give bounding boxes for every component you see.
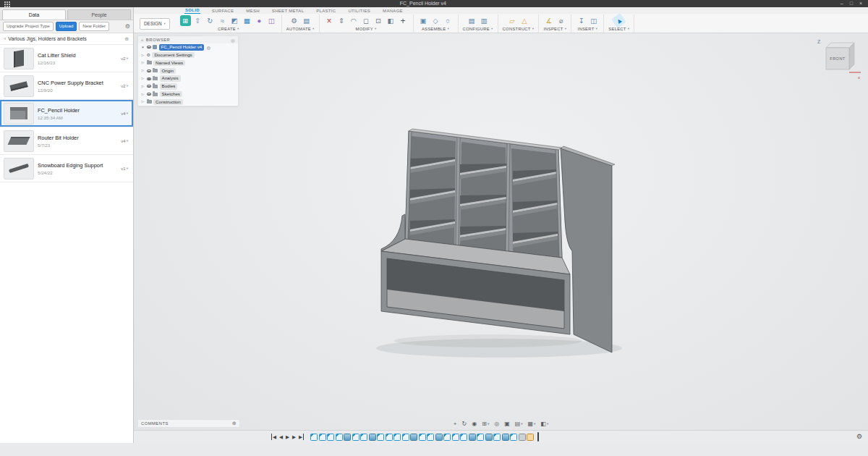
expander-icon[interactable]: ▷ (141, 69, 145, 72)
delete-icon[interactable]: × (324, 15, 335, 26)
ribbon-tab-solid[interactable]: SOLID (184, 7, 200, 14)
insert-canvas-icon[interactable]: ◫ (588, 15, 599, 26)
motion-link-icon[interactable]: ○ (443, 15, 454, 26)
ribbon-tab-utilities[interactable]: UTILITIES (347, 8, 371, 14)
display-settings-icon[interactable]: ▤▾ (515, 421, 523, 427)
sketch-feature-icon[interactable] (460, 434, 467, 441)
sketch-feature-icon[interactable] (377, 434, 384, 441)
step-back-icon[interactable]: ◀ (279, 434, 283, 440)
sketch-feature-icon[interactable] (310, 434, 318, 441)
upload-button[interactable]: Upload (56, 22, 77, 30)
browser-node-analysis[interactable]: ▷Analysis (138, 75, 238, 83)
new-component-icon[interactable]: ⊞ (180, 15, 191, 26)
file-list-item[interactable]: FC_Pencil Holder12:35:34 AMv4▾ (0, 100, 133, 127)
viewports-icon[interactable]: ◧▾ (540, 421, 548, 427)
file-list-item[interactable]: CNC Power Supply Bracket12/9/20v2▾ (0, 72, 133, 100)
data-panel-tab-data[interactable]: Data (2, 9, 66, 20)
solid-feature-icon[interactable] (485, 434, 493, 441)
minimize-button[interactable]: – (841, 0, 843, 7)
solid-feature-icon[interactable] (502, 434, 509, 441)
fit-icon[interactable]: ▣ (504, 421, 510, 427)
move-copy-icon[interactable]: + (398, 15, 409, 26)
solid-feature-icon[interactable] (469, 434, 476, 441)
data-panel-settings-gear-icon[interactable]: ⚙ (125, 24, 130, 30)
activate-component-radio-icon[interactable]: ◎ (207, 45, 210, 50)
share-project-icon[interactable]: ⊕ (124, 36, 129, 42)
ribbon-tab-plastic[interactable]: PLASTIC (315, 8, 336, 14)
play-icon[interactable]: ▶ (286, 434, 289, 440)
add-comment-icon[interactable]: ⊕ (232, 421, 237, 426)
expander-icon[interactable]: ▷ (141, 100, 145, 104)
collapse-browser-icon[interactable]: « (141, 38, 144, 42)
assemble-component-icon[interactable]: ▣ (418, 15, 429, 26)
expander-icon[interactable]: ▷ (141, 77, 145, 80)
comments-bar[interactable]: COMMENTS ⊕ (137, 419, 240, 428)
browser-node-origin[interactable]: ▷Origin (138, 67, 238, 75)
visibility-eye-icon[interactable] (147, 85, 151, 88)
solid-feature-icon[interactable] (435, 434, 443, 441)
insert-mesh-icon[interactable]: ↧ (576, 15, 587, 26)
sketch-feature-icon[interactable] (360, 434, 367, 441)
new-folder-button[interactable]: New Folder (79, 22, 109, 30)
joint-icon[interactable]: ◇ (430, 15, 441, 26)
sketch-feature-icon[interactable] (427, 434, 434, 441)
scripts-icon[interactable]: ▤ (301, 15, 312, 26)
configuration-table-icon[interactable]: ▥ (479, 15, 490, 26)
zoom-icon[interactable]: ◎ (494, 421, 499, 427)
visibility-eye-icon[interactable] (147, 69, 151, 72)
back-arrow-icon[interactable]: ‹ (4, 36, 6, 41)
browser-node-sketches[interactable]: ▷Sketches (138, 90, 238, 98)
zoom-window-icon[interactable]: ⊞▾ (482, 421, 489, 427)
pattern-icon[interactable]: ▦ (242, 15, 252, 26)
revolve-icon[interactable]: ↻ (205, 15, 216, 26)
sketch-feature-icon[interactable] (419, 434, 426, 441)
measure-icon[interactable]: ∡ (543, 15, 554, 26)
sketch-feature-icon[interactable] (386, 434, 393, 441)
sketch-feature-icon[interactable] (510, 434, 517, 441)
close-button[interactable]: × (859, 0, 862, 7)
upgrade-project-type-button[interactable]: Upgrade Project Type (3, 22, 54, 30)
file-version-dropdown[interactable]: v2▾ (119, 83, 129, 90)
file-version-dropdown[interactable]: v2▾ (119, 55, 129, 62)
file-list-item[interactable]: Router Bit Holder5/7/23v4▾ (0, 127, 133, 155)
file-version-dropdown[interactable]: v1▾ (119, 165, 129, 172)
browser-node-document-settings[interactable]: ▷⚙Document Settings (138, 51, 238, 59)
fillet-icon[interactable]: ◠ (349, 15, 359, 26)
pencil-holder-model[interactable] (365, 120, 626, 366)
grid-display-icon[interactable]: ▦▾ (528, 421, 536, 427)
sketch-feature-icon[interactable] (319, 434, 326, 441)
viewcube-right-face[interactable] (849, 43, 854, 69)
orbit-icon[interactable]: ↻ (461, 421, 467, 427)
browser-node-construction[interactable]: ▷Construction (138, 98, 238, 106)
visibility-eye-icon[interactable] (147, 46, 151, 48)
browser-node-bodies[interactable]: ▷Bodies (138, 83, 238, 90)
form-icon[interactable]: ● (254, 15, 265, 26)
ribbon-tab-manage[interactable]: MANAGE (382, 8, 404, 14)
sketch-feature-icon[interactable] (327, 434, 334, 441)
sweep-icon[interactable]: ≈ (217, 15, 228, 26)
modified-feature-icon[interactable] (527, 434, 534, 441)
construct-plane-icon[interactable]: ▱ (506, 15, 517, 26)
file-version-dropdown[interactable]: v4▾ (119, 138, 129, 145)
model-canvas[interactable]: « BROWSER ◎ ▼FC_Pencil Holder v4◎▷⚙Docum… (134, 33, 868, 430)
shell-icon[interactable]: ◻ (361, 15, 372, 26)
press-pull-icon[interactable]: ⇕ (336, 15, 347, 26)
ribbon-tab-sheet-metal[interactable]: SHEET METAL (271, 8, 305, 14)
sketch-feature-icon[interactable] (452, 434, 459, 441)
ribbon-tab-surface[interactable]: SURFACE (211, 8, 234, 14)
maximize-button[interactable]: □ (850, 0, 853, 7)
pan-icon[interactable]: + (454, 421, 457, 427)
expander-icon[interactable]: ▷ (141, 93, 145, 96)
step-forward-icon[interactable]: ▶ (292, 434, 296, 440)
browser-options-icon[interactable]: ◎ (231, 38, 235, 43)
solid-feature-icon[interactable] (369, 434, 376, 441)
split-body-icon[interactable]: ◧ (386, 15, 396, 26)
look-at-icon[interactable]: ◉ (472, 421, 477, 427)
automate-icon[interactable]: ⚙ (289, 15, 299, 26)
data-panel-tab-people[interactable]: People (67, 9, 131, 20)
browser-node-named-views[interactable]: ▷Named Views (138, 59, 238, 67)
go-to-beginning-icon[interactable]: ◀ (271, 434, 276, 440)
sketch-feature-icon[interactable] (336, 434, 343, 441)
sketch-feature-icon[interactable] (352, 434, 359, 441)
browser-root-node[interactable]: ▼FC_Pencil Holder v4◎ (138, 43, 238, 51)
